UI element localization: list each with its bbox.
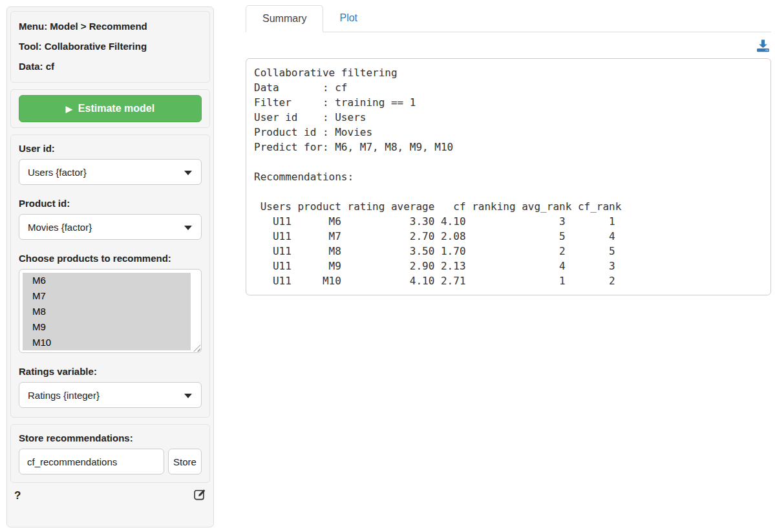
products-listbox[interactable]: M6 M7 M8 M9 M10 xyxy=(19,269,202,353)
product-id-label: Product id: xyxy=(19,198,202,209)
chevron-down-icon xyxy=(184,226,192,230)
tab-bar: Summary Plot xyxy=(246,5,771,32)
product-id-select[interactable]: Movies {factor} xyxy=(19,214,202,240)
ratings-label: Ratings variable: xyxy=(19,366,202,377)
download-icon[interactable] xyxy=(756,39,770,54)
list-item[interactable]: M6 xyxy=(23,273,191,288)
sidebar-footer: ? xyxy=(10,485,210,503)
model-info-panel: Menu: Model > Recommend Tool: Collaborat… xyxy=(10,11,210,83)
resize-handle[interactable] xyxy=(193,345,200,352)
store-name-input[interactable] xyxy=(19,449,164,474)
list-item[interactable]: M7 xyxy=(23,288,191,304)
store-panel: Store recommendations: Store xyxy=(10,424,210,483)
sidebar: Menu: Model > Recommend Tool: Collaborat… xyxy=(6,6,214,527)
play-icon: ▶ xyxy=(66,105,72,113)
list-item[interactable]: M10 xyxy=(23,335,191,350)
toolbar xyxy=(246,39,770,54)
ratings-value: Ratings {integer} xyxy=(28,390,100,401)
dataset-name: Data: cf xyxy=(19,59,202,73)
menu-breadcrumb: Menu: Model > Recommend xyxy=(19,19,202,33)
products-label: Choose products to recommend: xyxy=(19,253,202,264)
main-content: Summary Plot Collaborative filtering Dat… xyxy=(246,5,771,295)
store-label: Store recommendations: xyxy=(19,432,202,443)
edit-report-icon[interactable] xyxy=(194,488,206,503)
user-id-value: Users {factor} xyxy=(28,167,87,178)
ratings-select[interactable]: Ratings {integer} xyxy=(19,382,202,408)
user-id-label: User id: xyxy=(19,143,202,154)
tab-summary[interactable]: Summary xyxy=(246,5,323,32)
store-button[interactable]: Store xyxy=(168,449,202,474)
chevron-down-icon xyxy=(184,171,192,175)
product-id-value: Movies {factor} xyxy=(28,222,92,233)
help-icon[interactable]: ? xyxy=(14,489,21,502)
estimate-panel: ▶ Estimate model xyxy=(10,89,210,128)
estimate-model-button[interactable]: ▶ Estimate model xyxy=(19,95,202,122)
tab-plot[interactable]: Plot xyxy=(323,5,374,32)
summary-output: Collaborative filtering Data : cf Filter… xyxy=(246,58,771,295)
chevron-down-icon xyxy=(184,394,192,398)
list-item[interactable]: M8 xyxy=(23,304,191,319)
model-options-panel: User id: Users {factor} Product id: Movi… xyxy=(10,134,210,418)
list-item[interactable]: M9 xyxy=(23,319,191,335)
user-id-select[interactable]: Users {factor} xyxy=(19,159,202,185)
estimate-model-label: Estimate model xyxy=(78,103,154,114)
tool-name: Tool: Collaborative Filtering xyxy=(19,39,202,53)
